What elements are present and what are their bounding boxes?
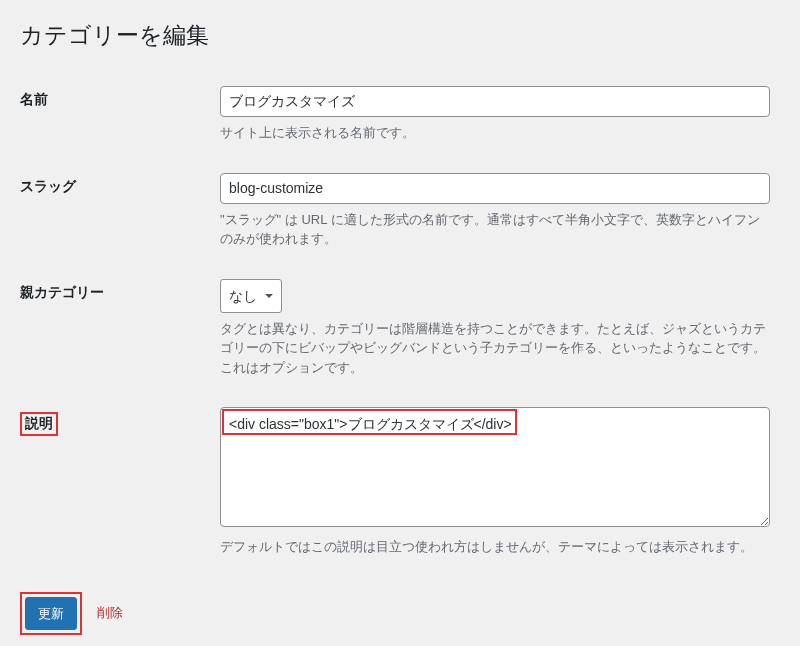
parent-label: 親カテゴリー: [20, 264, 220, 393]
field-row-description: 説明 <div class="box1">ブログカスタマイズ</div> デフォ…: [20, 392, 780, 572]
slug-description: "スラッグ" は URL に適した形式の名前です。通常はすべて半角小文字で、英数…: [220, 210, 770, 249]
slug-label: スラッグ: [20, 158, 220, 264]
description-label: 説明: [25, 415, 53, 431]
submit-row: 更新 削除: [20, 592, 780, 636]
page-title: カテゴリーを編集: [20, 20, 780, 51]
parent-select[interactable]: なし: [220, 279, 282, 313]
description-label-highlight: 説明: [20, 412, 58, 436]
name-description: サイト上に表示される名前です。: [220, 123, 770, 143]
delete-link[interactable]: 削除: [97, 604, 123, 622]
slug-input[interactable]: [220, 173, 770, 204]
parent-description: タグとは異なり、カテゴリーは階層構造を持つことができます。たとえば、ジャズという…: [220, 319, 770, 378]
name-input[interactable]: [220, 86, 770, 117]
update-button[interactable]: 更新: [25, 597, 77, 631]
field-row-name: 名前 サイト上に表示される名前です。: [20, 71, 780, 158]
update-button-highlight: 更新: [20, 592, 82, 636]
description-textarea[interactable]: [220, 407, 770, 527]
field-row-parent: 親カテゴリー なし タグとは異なり、カテゴリーは階層構造を持つことができます。た…: [20, 264, 780, 393]
name-label: 名前: [20, 71, 220, 158]
description-description: デフォルトではこの説明は目立つ使われ方はしませんが、テーマによっては表示されます…: [220, 537, 770, 557]
field-row-slug: スラッグ "スラッグ" は URL に適した形式の名前です。通常はすべて半角小文…: [20, 158, 780, 264]
